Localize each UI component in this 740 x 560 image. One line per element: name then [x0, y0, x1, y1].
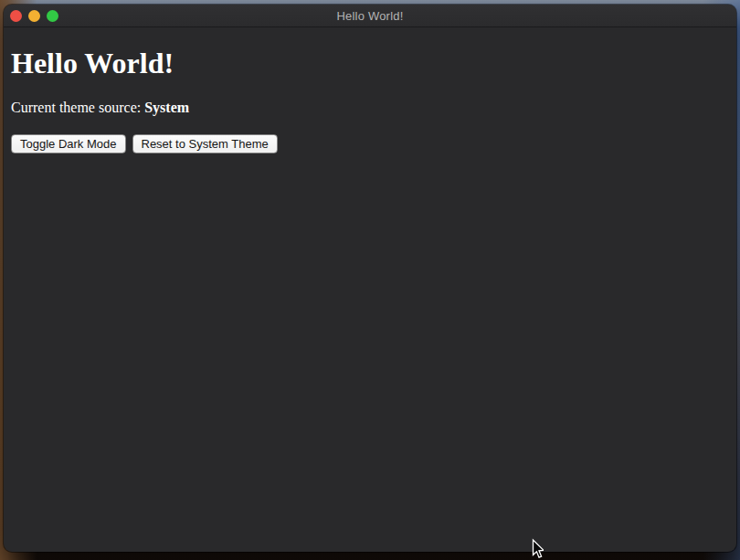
page-content: Hello World! Current theme source: Syste… [4, 47, 736, 153]
toggle-dark-mode-button[interactable]: Toggle Dark Mode [11, 134, 126, 153]
theme-source-label: Current theme source: [11, 100, 144, 115]
close-button[interactable] [10, 10, 22, 22]
reset-system-theme-button[interactable]: Reset to System Theme [132, 134, 278, 153]
theme-source-line: Current theme source: System [11, 100, 729, 116]
window-title: Hello World! [4, 9, 736, 23]
traffic-light-group [10, 10, 58, 22]
page-heading: Hello World! [11, 47, 729, 80]
window-titlebar[interactable]: Hello World! [4, 5, 736, 27]
minimize-button[interactable] [28, 10, 40, 22]
button-row: Toggle Dark Mode Reset to System Theme [11, 134, 729, 153]
desktop-wallpaper: Hello World! Hello World! Current theme … [0, 0, 740, 560]
zoom-button[interactable] [47, 10, 58, 22]
app-window: Hello World! Hello World! Current theme … [4, 5, 736, 552]
theme-source-value: System [144, 100, 189, 115]
